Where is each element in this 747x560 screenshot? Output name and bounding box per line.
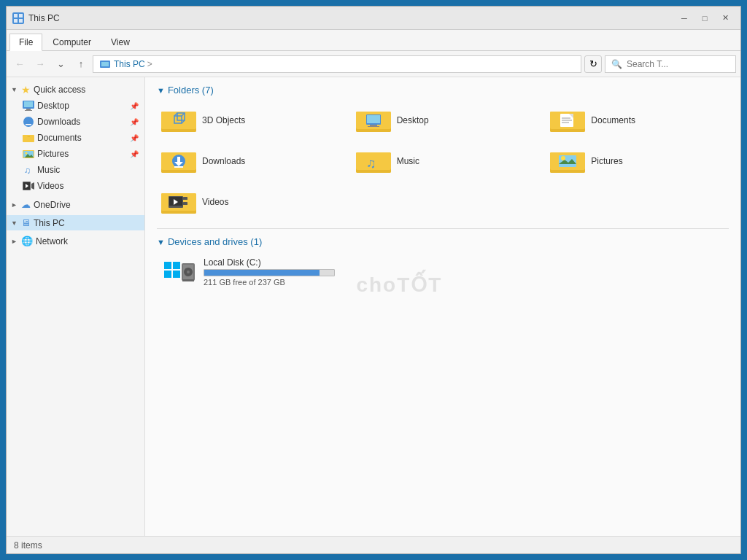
minimize-button[interactable]: ─ xyxy=(675,11,694,26)
sidebar-music-label: Music xyxy=(37,165,60,175)
folders-chevron-icon: ▼ xyxy=(157,86,165,95)
items-count: 8 items xyxy=(14,540,42,551)
refresh-button[interactable]: ↻ xyxy=(584,55,602,73)
sidebar-item-videos[interactable]: Videos xyxy=(7,178,144,194)
title-bar: This PC ─ □ ✕ xyxy=(7,7,740,30)
sidebar-network-header[interactable]: ► 🌐 Network xyxy=(7,233,144,249)
folder-item-downloads[interactable]: Downloads xyxy=(157,144,340,179)
pin-icon-downloads: 📌 xyxy=(130,118,139,126)
svg-point-70 xyxy=(561,156,565,160)
drive-item-local-disk-c[interactable]: Local Disk (C:) 211 GB free of 237 GB xyxy=(157,254,729,289)
drives-section-label: Devices and drives (1) xyxy=(168,236,262,247)
sidebar-quick-access-header[interactable]: ▼ ★ Quick access xyxy=(7,82,144,98)
folder-desktop-name: Desktop xyxy=(397,115,429,125)
svg-rect-81 xyxy=(173,262,180,269)
svg-rect-77 xyxy=(183,197,187,200)
status-bar: 8 items xyxy=(7,536,740,553)
sidebar-item-desktop[interactable]: Desktop 📌 xyxy=(7,98,144,114)
close-button[interactable]: ✕ xyxy=(716,11,735,26)
svg-rect-9 xyxy=(25,110,32,111)
sidebar-item-downloads[interactable]: Downloads 📌 xyxy=(7,114,144,130)
folder-item-videos[interactable]: Videos xyxy=(157,184,340,219)
address-bar: ← → ⌄ ↑ This PC > ↻ 🔍 xyxy=(7,51,740,77)
sidebar-this-pc-header[interactable]: ▼ 🖥 This PC xyxy=(7,215,144,230)
svg-rect-82 xyxy=(164,271,171,278)
drive-bar-fill xyxy=(204,270,320,276)
sidebar-section-this-pc: ▼ 🖥 This PC xyxy=(7,214,144,232)
chevron-right-icon: ► xyxy=(11,201,18,209)
svg-rect-3 xyxy=(19,19,23,23)
pin-icon-pictures: 📌 xyxy=(130,150,139,158)
up-button[interactable]: ↑ xyxy=(72,55,90,73)
dropdown-button[interactable]: ⌄ xyxy=(52,55,69,73)
folders-grid: 3D Objects xyxy=(157,103,729,219)
forward-button[interactable]: → xyxy=(31,55,49,73)
svg-text:♫: ♫ xyxy=(366,156,376,171)
back-button[interactable]: ← xyxy=(11,55,28,73)
star-icon: ★ xyxy=(21,84,31,96)
svg-point-10 xyxy=(23,117,34,127)
svg-rect-1 xyxy=(19,14,23,18)
folder-item-music[interactable]: ♫ Music xyxy=(352,144,535,179)
content-area: ▼ Folders (7) xyxy=(145,77,740,536)
drive-name: Local Disk (C:) xyxy=(204,257,724,268)
svg-marker-23 xyxy=(31,182,34,190)
svg-rect-40 xyxy=(370,125,377,126)
documents-folder-icon xyxy=(23,132,34,144)
search-icon: 🔍 xyxy=(611,59,622,69)
quick-access-label: Quick access xyxy=(34,85,85,95)
folder-item-documents[interactable]: Documents xyxy=(546,103,729,138)
pictures-folder-icon xyxy=(550,147,585,176)
tab-computer[interactable]: Computer xyxy=(43,34,101,50)
music-icon: ♫ xyxy=(23,164,34,176)
folder-item-desktop[interactable]: Desktop xyxy=(352,103,535,138)
svg-rect-41 xyxy=(368,126,379,127)
address-path[interactable]: This PC > xyxy=(93,55,581,73)
window-icon xyxy=(12,12,24,24)
documents-folder-icon xyxy=(550,106,585,135)
folder-videos-name: Videos xyxy=(202,197,228,207)
chevron-down-icon-pc: ▼ xyxy=(11,219,18,227)
pin-icon: 📌 xyxy=(130,102,139,110)
svg-rect-78 xyxy=(183,202,187,205)
svg-rect-7 xyxy=(24,101,33,107)
desktop-folder-icon xyxy=(356,106,391,135)
downloads-folder-icon xyxy=(161,147,196,176)
svg-rect-5 xyxy=(101,62,109,66)
tab-file[interactable]: File xyxy=(9,34,42,51)
drive-bar-container xyxy=(204,269,335,276)
pictures-icon xyxy=(23,148,34,160)
section-divider xyxy=(157,228,729,229)
sidebar-item-pictures[interactable]: Pictures 📌 xyxy=(7,146,144,162)
3d-objects-folder-icon xyxy=(161,106,196,135)
svg-rect-56 xyxy=(177,157,180,163)
sidebar-item-music[interactable]: ♫ Music xyxy=(7,162,144,178)
folder-item-pictures[interactable]: Pictures xyxy=(546,144,729,179)
sidebar-item-documents[interactable]: Documents 📌 xyxy=(7,130,144,146)
music-folder-icon: ♫ xyxy=(356,147,391,176)
downloads-icon xyxy=(23,116,34,128)
svg-rect-39 xyxy=(367,115,380,123)
tab-view[interactable]: View xyxy=(101,34,139,50)
sidebar-onedrive-header[interactable]: ► ☁ OneDrive xyxy=(7,197,144,212)
folder-item-3d-objects[interactable]: 3D Objects xyxy=(157,103,340,138)
sidebar-pictures-label: Pictures xyxy=(37,149,69,159)
svg-rect-88 xyxy=(182,279,194,281)
main-area: ▼ ★ Quick access Desktop 📌 Downloads xyxy=(7,77,740,536)
search-input[interactable] xyxy=(627,59,729,69)
svg-rect-83 xyxy=(173,271,180,278)
sidebar-videos-label: Videos xyxy=(37,181,63,191)
folder-downloads-name: Downloads xyxy=(202,156,245,166)
window-controls: ─ □ ✕ xyxy=(675,11,735,26)
drives-section-header: ▼ Devices and drives (1) xyxy=(157,236,729,247)
videos-folder-icon xyxy=(161,187,196,217)
ribbon-tabs: File Computer View xyxy=(7,30,740,50)
path-this-pc: This PC xyxy=(114,59,145,69)
window-title: This PC xyxy=(28,13,60,23)
folder-documents-name: Documents xyxy=(591,115,635,125)
maximize-button[interactable]: □ xyxy=(695,11,714,26)
svg-rect-0 xyxy=(14,14,18,18)
path-separator: > xyxy=(147,59,152,69)
sidebar-documents-label: Documents xyxy=(37,133,82,143)
svg-rect-15 xyxy=(23,135,28,137)
